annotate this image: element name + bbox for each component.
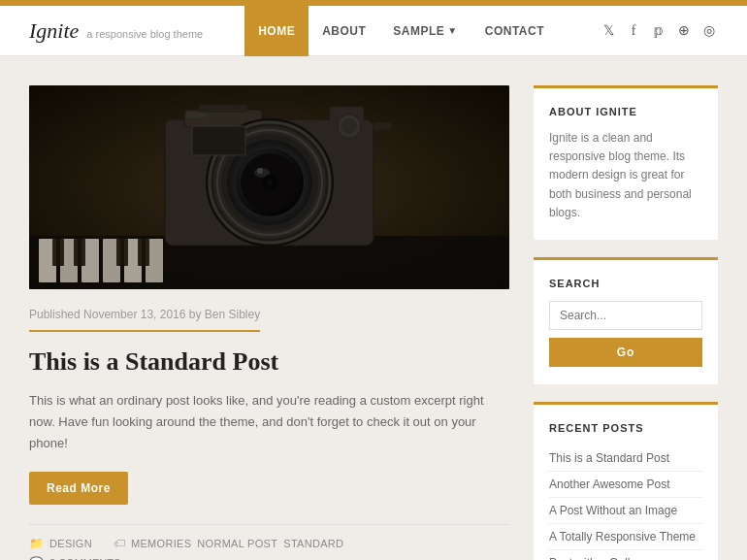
nav-item-home[interactable]: HOME — [244, 6, 309, 56]
content-area: Published November 13, 2016 by Ben Sible… — [29, 85, 509, 560]
camera-illustration — [29, 85, 509, 289]
search-widget-title: SEARCH — [549, 278, 702, 289]
folder-icon: 📁 — [29, 537, 44, 550]
read-more-button[interactable]: Read More — [29, 472, 128, 505]
post-excerpt: This is what an ordinary post looks like… — [29, 390, 509, 454]
featured-image — [29, 85, 509, 289]
svg-rect-31 — [192, 126, 245, 155]
main-nav: HOME ABOUT SAMPLE ▼ CONTACT — [244, 6, 558, 56]
post-title: This is a Standard Post — [29, 346, 509, 379]
svg-rect-32 — [374, 122, 391, 130]
logo-area: Ignite a responsive blog theme — [29, 18, 203, 44]
recent-post-item[interactable]: Another Awesome Post — [549, 472, 702, 498]
facebook-icon[interactable]: f — [625, 22, 642, 40]
site-header: Ignite a responsive blog theme HOME ABOU… — [0, 6, 747, 56]
categories-row: 📁 DESIGN 🏷 MEMORIES NORMAL POST STANDARD — [29, 537, 509, 550]
svg-point-30 — [341, 118, 357, 134]
search-go-button[interactable]: Go — [549, 338, 702, 367]
svg-rect-15 — [199, 105, 247, 113]
social-icons-group: 𝕏 f 𝕡 ⊕ ◎ — [600, 22, 718, 40]
tag-memories[interactable]: MEMORIES — [131, 538, 191, 549]
nav-item-contact[interactable]: CONTACT — [471, 6, 558, 56]
post-meta-text: Published November 13, 2016 by Ben Sible… — [29, 308, 260, 321]
svg-rect-9 — [52, 239, 64, 266]
nav-item-sample[interactable]: SAMPLE ▼ — [379, 6, 471, 56]
category-design[interactable]: DESIGN — [49, 538, 92, 549]
comments-row: 💬 3 COMMENTS — [29, 556, 509, 560]
site-title[interactable]: Ignite — [29, 18, 79, 44]
about-widget: ABOUT IGNITE Ignite is a clean and respo… — [534, 85, 718, 240]
recent-posts-widget: RECENT POSTS This is a Standard PostAnot… — [534, 402, 718, 560]
search-widget: SEARCH Go — [534, 257, 718, 384]
svg-rect-10 — [74, 239, 85, 266]
main-container: Published November 13, 2016 by Ben Sible… — [0, 56, 747, 560]
site-tagline: a responsive blog theme — [86, 28, 203, 40]
instagram-icon[interactable]: ◎ — [700, 22, 718, 40]
tag-icon: 🏷 — [114, 537, 125, 550]
nav-item-about[interactable]: ABOUT — [309, 6, 379, 56]
search-input[interactable] — [549, 301, 702, 330]
about-widget-title: ABOUT IGNITE — [549, 106, 702, 117]
svg-rect-33 — [186, 113, 206, 117]
tag-normal-post[interactable]: NORMAL POST — [197, 538, 277, 549]
recent-post-item[interactable]: A Post Without an Image — [549, 498, 702, 524]
rss-icon[interactable]: ⊕ — [675, 22, 693, 40]
sidebar: ABOUT IGNITE Ignite is a clean and respo… — [534, 85, 718, 560]
svg-rect-11 — [116, 239, 128, 266]
recent-post-item[interactable]: This is a Standard Post — [549, 445, 702, 472]
twitter-icon[interactable]: 𝕏 — [600, 22, 617, 40]
recent-post-item[interactable]: A Totally Responsive Theme — [549, 524, 702, 550]
pinterest-icon[interactable]: 𝕡 — [650, 22, 667, 40]
svg-point-26 — [257, 168, 263, 174]
dropdown-arrow-icon: ▼ — [447, 25, 457, 36]
svg-rect-12 — [138, 239, 149, 266]
recent-posts-list: This is a Standard PostAnother Awesome P… — [549, 445, 702, 560]
recent-post-item[interactable]: Post with a Gallery — [549, 550, 702, 560]
recent-posts-title: RECENT POSTS — [549, 422, 702, 434]
svg-point-28 — [267, 180, 273, 185]
about-widget-text: Ignite is a clean and responsive blog th… — [549, 129, 702, 222]
comments-icon: 💬 — [29, 556, 44, 560]
post-footer: 📁 DESIGN 🏷 MEMORIES NORMAL POST STANDARD… — [29, 524, 509, 560]
tag-standard[interactable]: STANDARD — [283, 538, 343, 549]
post-meta: Published November 13, 2016 by Ben Sible… — [29, 307, 260, 332]
